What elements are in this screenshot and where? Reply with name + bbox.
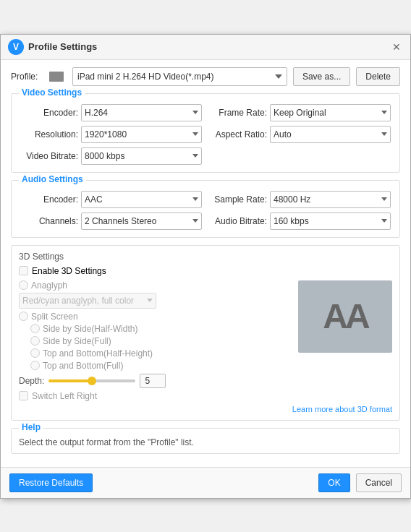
switch-label: Switch Left Right: [32, 391, 97, 401]
aspectratio-select[interactable]: Auto: [270, 126, 391, 143]
audio-settings-title: Audio Settings: [19, 174, 86, 184]
threed-settings-section: 3D Settings Enable 3D Settings Anaglyph …: [11, 245, 400, 421]
depth-row: Depth: 5: [19, 374, 291, 388]
preview-text: AA: [323, 296, 367, 336]
sidebyhalf-radio[interactable]: [30, 324, 40, 333]
footer-right: OK Cancel: [318, 473, 402, 492]
framerate-row: Frame Rate: Keep Original: [209, 104, 391, 121]
splitscreen-radio[interactable]: [19, 312, 28, 321]
save-as-button[interactable]: Save as...: [293, 67, 350, 86]
anaglyph-label: Anaglyph: [31, 280, 67, 291]
aspectratio-row: Aspect Ratio: Auto: [209, 126, 391, 143]
cancel-button[interactable]: Cancel: [356, 473, 402, 492]
resolution-label: Resolution:: [20, 129, 78, 140]
sidebyhalf-row: Side by Side(Half-Width): [30, 324, 291, 334]
audio-encoder-row: Encoder: AAC: [20, 191, 202, 208]
video-settings-section: Video Settings Encoder: H.264 Frame Rate…: [11, 93, 400, 173]
footer: Restore Defaults OK Cancel: [1, 467, 410, 498]
threed-title: 3D Settings: [19, 252, 392, 262]
aspectratio-label: Aspect Ratio:: [209, 129, 267, 140]
anaglyph-row: Anaglyph: [19, 280, 291, 291]
videobitrate-select[interactable]: 8000 kbps: [81, 147, 202, 165]
channels-label: Channels:: [20, 216, 78, 226]
topbottomhalf-label: Top and Bottom(Half-Height): [43, 348, 153, 359]
profile-label: Profile:: [11, 72, 43, 82]
help-section: Help Select the output format from the "…: [11, 428, 400, 454]
ok-button[interactable]: OK: [318, 473, 349, 492]
learn-more-link[interactable]: Learn more about 3D format: [292, 405, 392, 413]
channels-select[interactable]: 2 Channels Stereo: [81, 213, 202, 230]
dialog-title: Profile Settings: [28, 41, 97, 52]
resolution-select[interactable]: 1920*1080: [81, 126, 202, 143]
samplerate-select[interactable]: 48000 Hz: [270, 191, 391, 208]
threed-preview: AA: [298, 280, 392, 353]
profile-row: Profile: iPad mini 2 H.264 HD Video(*.mp…: [11, 67, 400, 86]
help-text: Select the output format from the "Profi…: [12, 429, 399, 453]
threed-left: Anaglyph Red/cyan anaglyph, full color S…: [19, 280, 291, 401]
audiobitrate-select[interactable]: 160 kbps: [270, 213, 391, 230]
audio-settings-section: Audio Settings Encoder: AAC Sample Rate:…: [11, 180, 400, 238]
close-button[interactable]: ✕: [390, 40, 403, 53]
depth-number[interactable]: 5: [140, 374, 166, 388]
delete-button[interactable]: Delete: [356, 67, 400, 86]
sidebyfull-row: Side by Side(Full): [30, 336, 291, 346]
video-settings-grid: Encoder: H.264 Frame Rate: Keep Original…: [20, 104, 391, 165]
enable-3d-row: Enable 3D Settings: [19, 266, 392, 276]
enable-3d-label: Enable 3D Settings: [32, 266, 106, 276]
profile-select[interactable]: iPad mini 2 H.264 HD Video(*.mp4): [72, 67, 287, 86]
profile-settings-dialog: V Profile Settings ✕ Profile: iPad mini …: [0, 34, 411, 499]
app-icon: V: [8, 39, 24, 55]
topbottomfull-label: Top and Bottom(Full): [43, 361, 123, 371]
resolution-row: Resolution: 1920*1080: [20, 126, 202, 143]
video-settings-title: Video Settings: [19, 87, 85, 98]
audio-encoder-label: Encoder:: [20, 194, 78, 205]
profile-icon: [49, 72, 64, 82]
topbottomhalf-row: Top and Bottom(Half-Height): [30, 348, 291, 359]
anaglyph-select[interactable]: Red/cyan anaglyph, full color: [19, 293, 156, 309]
audio-settings-grid: Encoder: AAC Sample Rate: 48000 Hz Chann…: [20, 191, 391, 230]
sidebyhalf-label: Side by Side(Half-Width): [43, 324, 137, 334]
samplerate-row: Sample Rate: 48000 Hz: [209, 191, 391, 208]
switch-row: Switch Left Right: [19, 391, 291, 401]
topbottomfull-row: Top and Bottom(Full): [30, 361, 291, 371]
splitscreen-label: Split Screen: [31, 312, 78, 322]
splitscreen-row: Split Screen: [19, 312, 291, 322]
sidebyfull-label: Side by Side(Full): [43, 336, 111, 346]
threed-main: Anaglyph Red/cyan anaglyph, full color S…: [19, 280, 392, 401]
restore-defaults-button[interactable]: Restore Defaults: [9, 473, 93, 492]
encoder-select[interactable]: H.264: [81, 104, 202, 121]
encoder-label: Encoder:: [20, 108, 78, 118]
learn-more-row: Learn more about 3D format: [19, 404, 392, 414]
title-bar-left: V Profile Settings: [8, 39, 97, 55]
audiobitrate-row: Audio Bitrate: 160 kbps: [209, 213, 391, 230]
anaglyph-radio[interactable]: [19, 280, 28, 290]
topbottomhalf-radio[interactable]: [30, 348, 40, 358]
videobitrate-row: Video Bitrate: 8000 kbps: [20, 147, 202, 165]
framerate-select[interactable]: Keep Original: [270, 104, 391, 121]
video-settings-content: Encoder: H.264 Frame Rate: Keep Original…: [12, 94, 399, 172]
title-bar: V Profile Settings ✕: [1, 35, 410, 60]
topbottomfull-radio[interactable]: [30, 361, 40, 370]
depth-slider[interactable]: [48, 379, 135, 382]
framerate-label: Frame Rate:: [209, 108, 267, 118]
dialog-content: Profile: iPad mini 2 H.264 HD Video(*.mp…: [1, 60, 410, 467]
enable-3d-checkbox[interactable]: [19, 266, 28, 275]
depth-label: Depth:: [19, 376, 44, 386]
help-title: Help: [19, 422, 43, 432]
audio-settings-content: Encoder: AAC Sample Rate: 48000 Hz Chann…: [12, 181, 399, 237]
channels-row: Channels: 2 Channels Stereo: [20, 213, 202, 230]
audiobitrate-label: Audio Bitrate:: [209, 216, 267, 226]
encoder-row: Encoder: H.264: [20, 104, 202, 121]
sidebyfull-radio[interactable]: [30, 336, 40, 346]
switch-checkbox[interactable]: [19, 391, 28, 400]
videobitrate-label: Video Bitrate:: [20, 151, 78, 161]
audio-encoder-select[interactable]: AAC: [81, 191, 202, 208]
samplerate-label: Sample Rate:: [209, 194, 267, 205]
